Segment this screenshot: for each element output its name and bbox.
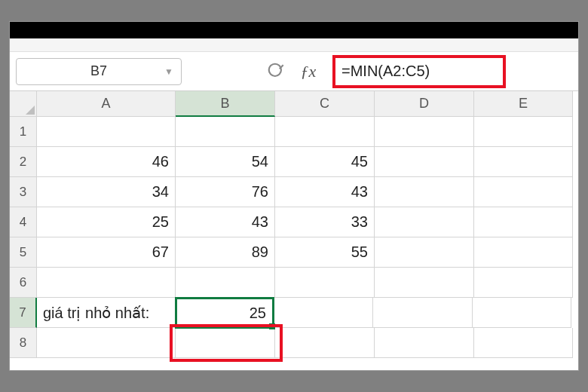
row-2: 46 54 45 bbox=[37, 147, 578, 177]
row-header-5[interactable]: 5 bbox=[10, 237, 37, 268]
row-headers: 1 2 3 4 5 6 7 8 bbox=[10, 91, 37, 358]
cell-D6[interactable] bbox=[375, 268, 474, 298]
cell-D7[interactable] bbox=[373, 298, 473, 328]
row-1 bbox=[37, 117, 578, 147]
formula-bar: B7 ▼ ƒx bbox=[10, 52, 578, 91]
cell-D3[interactable] bbox=[375, 177, 474, 207]
cell-C3[interactable]: 43 bbox=[275, 177, 375, 207]
col-header-E[interactable]: E bbox=[474, 91, 573, 117]
row-3: 34 76 43 bbox=[37, 177, 578, 207]
row-4: 25 43 33 bbox=[37, 207, 578, 237]
search-icon[interactable] bbox=[265, 60, 289, 84]
cell-E3[interactable] bbox=[474, 177, 573, 207]
row-header-3[interactable]: 3 bbox=[10, 177, 37, 207]
cell-B5[interactable]: 89 bbox=[176, 237, 275, 268]
row-header-8[interactable]: 8 bbox=[10, 328, 37, 358]
cell-C8[interactable] bbox=[275, 328, 375, 358]
col-header-B[interactable]: B bbox=[176, 91, 275, 117]
row-header-2[interactable]: 2 bbox=[10, 147, 37, 177]
cell-E5[interactable] bbox=[474, 237, 573, 268]
cell-B1[interactable] bbox=[176, 117, 275, 147]
cell-C5[interactable]: 55 bbox=[275, 237, 375, 268]
fill-handle[interactable] bbox=[269, 323, 275, 329]
row-5: 67 89 55 bbox=[37, 237, 578, 268]
name-box-value: B7 bbox=[24, 63, 173, 79]
cell-D2[interactable] bbox=[375, 147, 474, 177]
spreadsheet-grid: 1 2 3 4 5 6 7 8 A B C D E bbox=[10, 91, 578, 358]
formula-input[interactable] bbox=[337, 60, 501, 84]
cell-D8[interactable] bbox=[375, 328, 474, 358]
cell-B3[interactable]: 76 bbox=[176, 177, 275, 207]
cell-D1[interactable] bbox=[375, 117, 474, 147]
cell-A3[interactable]: 34 bbox=[37, 177, 176, 207]
cell-E8[interactable] bbox=[474, 328, 573, 358]
col-header-D[interactable]: D bbox=[375, 91, 474, 117]
row-header-6[interactable]: 6 bbox=[10, 268, 37, 298]
cell-A7[interactable]: giá trị nhỏ nhất: bbox=[37, 298, 176, 328]
row-header-7[interactable]: 7 bbox=[10, 298, 37, 328]
cell-b7-value: 25 bbox=[250, 305, 266, 322]
fx-icon[interactable]: ƒx bbox=[296, 60, 320, 84]
cell-E2[interactable] bbox=[474, 147, 573, 177]
column-headers: A B C D E bbox=[37, 91, 578, 117]
cell-C4[interactable]: 33 bbox=[275, 207, 375, 237]
cell-A6[interactable] bbox=[37, 268, 176, 298]
cell-B4[interactable]: 43 bbox=[176, 207, 275, 237]
cell-E7[interactable] bbox=[473, 298, 571, 328]
cell-A8[interactable] bbox=[37, 328, 176, 358]
cell-C7[interactable] bbox=[274, 298, 373, 328]
cell-E1[interactable] bbox=[474, 117, 573, 147]
cell-C6[interactable] bbox=[275, 268, 375, 298]
cell-B7[interactable]: 25 bbox=[175, 297, 274, 329]
title-bar bbox=[10, 22, 578, 38]
cell-A5[interactable]: 67 bbox=[37, 237, 176, 268]
cell-C2[interactable]: 45 bbox=[275, 147, 375, 177]
ribbon-area bbox=[10, 38, 578, 52]
cell-A1[interactable] bbox=[37, 117, 176, 147]
columns-area: A B C D E 46 54 45 34 bbox=[37, 91, 578, 358]
col-header-A[interactable]: A bbox=[37, 91, 176, 117]
cell-A2[interactable]: 46 bbox=[37, 147, 176, 177]
app-window: B7 ▼ ƒx 1 2 3 4 5 6 7 8 bbox=[9, 21, 579, 371]
name-box[interactable]: B7 ▼ bbox=[16, 58, 182, 85]
cell-B2[interactable]: 54 bbox=[176, 147, 275, 177]
row-7: giá trị nhỏ nhất: 25 bbox=[37, 298, 578, 328]
cell-C1[interactable] bbox=[275, 117, 375, 147]
cell-A4[interactable]: 25 bbox=[37, 207, 176, 237]
cell-E6[interactable] bbox=[474, 268, 573, 298]
row-header-4[interactable]: 4 bbox=[10, 207, 37, 237]
formula-highlight-box bbox=[332, 55, 506, 88]
cell-E4[interactable] bbox=[474, 207, 573, 237]
cell-B6[interactable] bbox=[176, 268, 275, 298]
chevron-down-icon[interactable]: ▼ bbox=[164, 66, 173, 77]
cell-B8[interactable] bbox=[176, 328, 275, 358]
cell-D5[interactable] bbox=[375, 237, 474, 268]
svg-point-0 bbox=[269, 63, 281, 75]
cell-D4[interactable] bbox=[375, 207, 474, 237]
select-all-corner[interactable] bbox=[10, 91, 37, 117]
row-8 bbox=[37, 328, 578, 358]
col-header-C[interactable]: C bbox=[275, 91, 375, 117]
row-6 bbox=[37, 268, 578, 298]
row-header-1[interactable]: 1 bbox=[10, 117, 37, 147]
